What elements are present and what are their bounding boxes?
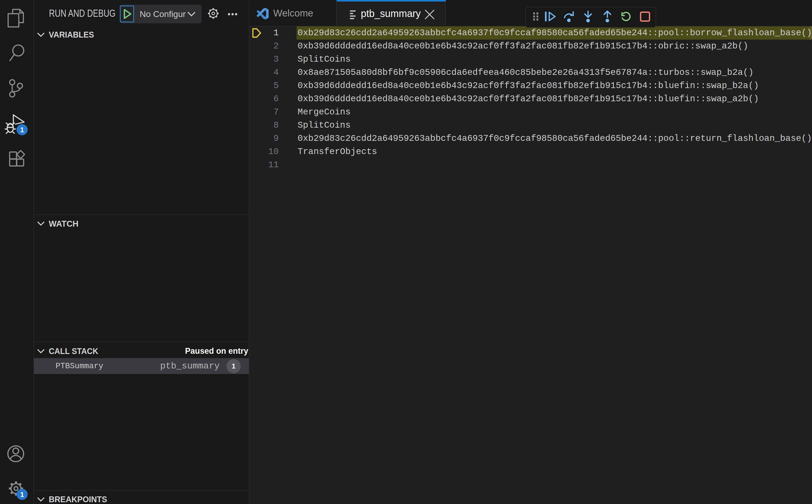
svg-text:1: 1 [20,491,24,498]
svg-text:1: 1 [20,126,24,134]
